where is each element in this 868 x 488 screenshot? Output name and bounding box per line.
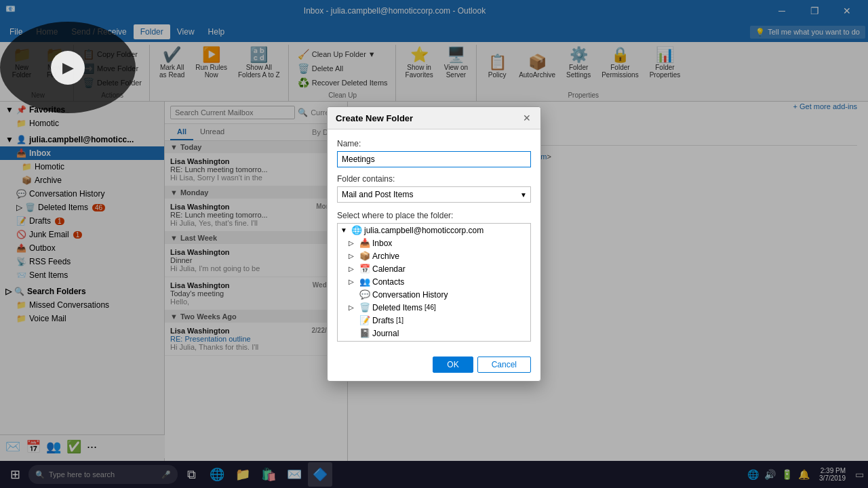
tree-item-contacts[interactable]: ▷ 👥 Contacts — [338, 275, 530, 288]
root-expand-icon: ▼ — [340, 226, 351, 234]
tree-archive-icon: 📦 — [359, 251, 370, 261]
tree-drafts-label: Drafts — [372, 316, 394, 325]
tree-item-drafts[interactable]: 📝 Drafts [1] — [338, 314, 530, 327]
tree-deleted-badge: [46] — [425, 304, 436, 311]
root-account-icon: 🌐 — [351, 225, 362, 235]
conv-expand-icon — [349, 291, 359, 298]
tree-item-archive[interactable]: ▷ 📦 Archive — [338, 249, 530, 262]
tree-deleted-icon: 🗑️ — [359, 302, 370, 312]
tree-journal-label: Journal — [372, 329, 399, 338]
cancel-button[interactable]: Cancel — [477, 357, 531, 373]
tree-journal-icon: 📓 — [359, 328, 370, 338]
dialog-overlay: Create New Folder ✕ Name: Folder contain… — [0, 0, 868, 488]
tree-item-calendar[interactable]: ▷ 📅 Calendar — [338, 262, 530, 275]
folder-tree[interactable]: ▼ 🌐 julia.campbell@homoticcorp.com ▷ 📥 I… — [337, 223, 531, 342]
tree-inbox-icon: 📥 — [359, 238, 370, 248]
dialog-body: Name: Folder contains: Mail and Post Ite… — [328, 129, 540, 357]
tree-drafts-badge: [1] — [396, 317, 403, 324]
tree-deleted-label: Deleted Items — [372, 303, 422, 312]
tree-item-deleted[interactable]: ▷ 🗑️ Deleted Items [46] — [338, 301, 530, 314]
tree-archive-label: Archive — [372, 251, 399, 261]
tree-inbox-label: Inbox — [372, 239, 392, 248]
tree-item-journal[interactable]: 📓 Journal — [338, 327, 530, 340]
deleted-expand-icon: ▷ — [349, 304, 359, 311]
tree-contacts-icon: 👥 — [359, 277, 370, 287]
create-folder-dialog: Create New Folder ✕ Name: Folder contain… — [327, 106, 541, 382]
tree-conv-icon: 💬 — [359, 289, 370, 300]
tree-calendar-icon: 📅 — [359, 264, 370, 274]
folder-contains-select[interactable]: Mail and Post Items Calendar Items Conta… — [337, 186, 531, 203]
tree-calendar-label: Calendar — [372, 264, 406, 274]
folder-contains-wrap: Mail and Post Items Calendar Items Conta… — [337, 186, 531, 203]
archive-expand-icon: ▷ — [349, 252, 359, 260]
dialog-title-bar: Create New Folder ✕ — [328, 107, 540, 129]
tree-item-root[interactable]: ▼ 🌐 julia.campbell@homoticcorp.com — [338, 224, 530, 237]
inbox-expand-icon: ▷ — [349, 239, 359, 247]
select-where-label: Select where to place the folder: — [337, 211, 531, 220]
dialog-footer: OK Cancel — [328, 357, 540, 381]
contacts-expand-icon: ▷ — [349, 278, 359, 285]
calendar-expand-icon: ▷ — [349, 265, 359, 272]
folder-tree-scroll: ▼ 🌐 julia.campbell@homoticcorp.com ▷ 📥 I… — [338, 224, 530, 341]
tree-contacts-label: Contacts — [372, 277, 404, 287]
dialog-title: Create New Folder — [336, 113, 413, 123]
tree-item-inbox[interactable]: ▷ 📥 Inbox — [338, 237, 530, 249]
name-label: Name: — [337, 139, 531, 148]
tree-drafts-icon: 📝 — [359, 315, 370, 325]
tree-root-label: julia.campbell@homoticcorp.com — [364, 226, 484, 235]
ok-button[interactable]: OK — [433, 357, 473, 373]
folder-name-input[interactable] — [337, 151, 531, 167]
journal-expand-icon — [349, 329, 359, 337]
tree-item-conv-history[interactable]: 💬 Conversation History — [338, 288, 530, 301]
tree-conv-label: Conversation History — [372, 290, 448, 300]
folder-contains-label: Folder contains: — [337, 174, 531, 184]
tree-item-junk[interactable]: 🚫 Junk Email [1] — [338, 340, 530, 341]
drafts-tree-expand-icon — [349, 317, 359, 324]
dialog-close-button[interactable]: ✕ — [521, 113, 532, 123]
